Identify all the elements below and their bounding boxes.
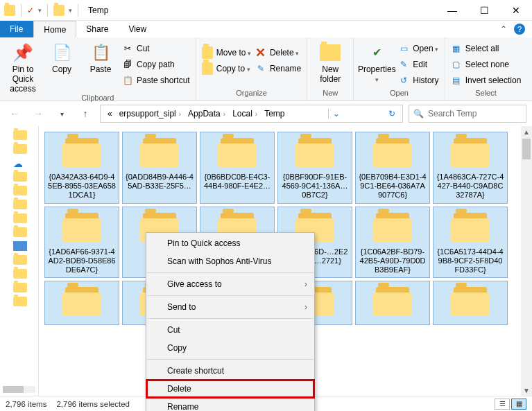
folder-name: {0EB709B4-E3D1-49C1-BE64-036A7A9077C6}	[357, 173, 428, 200]
navigation-pane[interactable]: ☁	[0, 126, 39, 396]
folder-icon[interactable]	[13, 130, 27, 140]
scroll-up-icon[interactable]: ▲	[521, 126, 532, 137]
scroll-down-icon[interactable]: ▼	[521, 385, 532, 396]
move-to-button[interactable]: Move to	[202, 46, 251, 60]
select-none-button[interactable]: ▢Select none	[451, 58, 522, 71]
this-pc-icon[interactable]	[13, 241, 27, 251]
folder-icon[interactable]	[13, 213, 27, 223]
menu-delete[interactable]: Delete	[146, 380, 314, 398]
folder-icon[interactable]	[13, 283, 27, 292]
folder-item[interactable]: {0EB709B4-E3D1-49C1-BE64-036A7A9077C6}	[355, 132, 430, 204]
qat-check-icon[interactable]: ✓	[27, 6, 34, 15]
new-folder-button[interactable]: New folder	[313, 40, 347, 85]
breadcrumb-segment[interactable]: Local›	[230, 109, 260, 119]
open-button[interactable]: ▭Open	[398, 42, 438, 55]
folder-item[interactable]	[355, 281, 430, 325]
nav-horizontal-scrollbar[interactable]	[3, 386, 35, 393]
delete-button[interactable]: ✕Delete	[255, 46, 301, 60]
delete-icon: ✕	[255, 47, 266, 58]
folder-icon[interactable]	[13, 255, 27, 265]
breadcrumb-segment[interactable]: Temp	[261, 109, 287, 119]
folder-item[interactable]: {1A4863CA-727C-4427-B440-C9AD8C32787A}	[433, 132, 508, 204]
group-label: Select	[451, 89, 522, 100]
qat-dropdown-icon[interactable]: ▾	[69, 7, 72, 14]
vertical-scrollbar[interactable]: ▲ ▼	[521, 126, 532, 396]
folder-item[interactable]: {0ADD84B9-A446-45AD-B33E-25F5…	[122, 132, 197, 204]
search-box[interactable]: 🔍 Search Temp	[409, 105, 526, 123]
help-icon[interactable]: ?	[514, 24, 525, 35]
cut-button[interactable]: ✂Cut	[122, 42, 190, 55]
pin-icon: 📌	[12, 42, 34, 64]
select-none-icon: ▢	[451, 59, 462, 70]
copy-to-button[interactable]: Copy to	[202, 62, 251, 76]
folder-icon[interactable]	[13, 172, 27, 182]
breadcrumb-segment[interactable]: erpsupport_sipl›	[117, 109, 184, 119]
folder-icon	[61, 137, 103, 168]
status-selected-count: 2,796 items selected	[56, 400, 139, 408]
edit-button[interactable]: ✎Edit	[398, 58, 438, 71]
paste-shortcut-button[interactable]: 📋Paste shortcut	[122, 73, 190, 87]
paste-button[interactable]: 📋 Paste	[83, 40, 118, 75]
menu-cut[interactable]: Cut	[146, 321, 314, 339]
collapse-ribbon-icon[interactable]: ⌃	[500, 24, 507, 34]
onedrive-icon[interactable]: ☁	[13, 158, 27, 168]
tab-file[interactable]: File	[0, 21, 33, 37]
folder-item[interactable]: {0B6BDC0B-E4C3-44B4-980F-E4E2…	[200, 132, 275, 204]
breadcrumb-segment[interactable]: AppData›	[185, 109, 228, 119]
folder-item[interactable]	[44, 281, 119, 325]
folder-icon	[294, 137, 336, 168]
copy-button[interactable]: 📄 Copy	[44, 40, 79, 75]
menu-pin-to-quick-access[interactable]: Pin to Quick access	[146, 234, 314, 252]
menu-send-to[interactable]: Send to›	[146, 298, 314, 316]
menu-create-shortcut[interactable]: Create shortcut	[146, 362, 314, 380]
breadcrumb-segment[interactable]: «	[105, 109, 115, 119]
menu-scan-sophos[interactable]: Scan with Sophos Anti-Virus	[146, 252, 314, 270]
scrollbar-thumb[interactable]	[522, 139, 531, 159]
folder-item[interactable]: {1C06A2BF-BD79-42B5-A90D-79D0DB3B9EAF}	[355, 207, 430, 279]
folder-icon[interactable]	[13, 297, 27, 306]
folder-item[interactable]: {0BBF90DF-91EB-4569-9C41-136A…0B7C2}	[277, 132, 352, 204]
address-bar[interactable]: « erpsupport_sipl› AppData› Local› Temp …	[100, 105, 403, 123]
maximize-button[interactable]: ☐	[468, 0, 500, 21]
invert-selection-button[interactable]: ▤Invert selection	[451, 73, 522, 87]
properties-button[interactable]: ✔ Properties	[359, 40, 394, 85]
forward-button[interactable]: →	[29, 105, 47, 123]
rename-button[interactable]: ✎Rename	[255, 62, 301, 76]
menu-copy[interactable]: Copy	[146, 339, 314, 357]
folder-icon[interactable]	[13, 144, 27, 154]
folder-name: {0ADD84B9-A446-45AD-B33E-25F5…	[124, 173, 195, 191]
up-button[interactable]: ↑	[76, 105, 94, 123]
select-all-button[interactable]: ▦Select all	[451, 42, 522, 55]
folder-icon[interactable]	[13, 200, 27, 209]
folder-icon[interactable]	[13, 227, 27, 237]
tab-home[interactable]: Home	[33, 21, 76, 37]
folder-item[interactable]: {0A342A33-64D9-45EB-8955-03EA6581DCA1}	[44, 132, 119, 204]
ribbon-tabs: File Home Share View ⌃ ?	[0, 21, 532, 37]
folder-name: {1AD6AF66-9371-4AD2-BDB9-D58E86DE6A7C}	[46, 247, 117, 275]
minimize-button[interactable]: —	[436, 0, 468, 21]
folder-item[interactable]	[433, 281, 508, 325]
copy-path-button[interactable]: 🗐Copy path	[122, 58, 190, 71]
folder-item[interactable]: {1C6A5173-44D4-49B8-9CF2-5F8D40FD33FC}	[433, 207, 508, 279]
refresh-icon[interactable]: ↻	[384, 109, 400, 119]
menu-give-access-to[interactable]: Give access to›	[146, 275, 314, 293]
copy-path-icon: 🗐	[122, 59, 133, 70]
tab-view[interactable]: View	[119, 21, 157, 37]
recent-locations-button[interactable]: ▾	[53, 105, 71, 123]
history-button[interactable]: ↺History	[398, 73, 438, 87]
pin-to-quick-access-button[interactable]: 📌 Pin to Quick access	[6, 40, 40, 94]
copy-icon: 📄	[51, 42, 73, 64]
view-details-button[interactable]: ☰	[495, 399, 510, 410]
menu-rename[interactable]: Rename	[146, 398, 314, 411]
copy-to-icon	[202, 63, 213, 74]
folder-item[interactable]: {1AD6AF66-9371-4AD2-BDB9-D58E86DE6A7C}	[44, 207, 119, 279]
qat-dropdown-icon[interactable]: ▾	[38, 7, 42, 14]
folder-icon[interactable]	[13, 269, 27, 279]
close-button[interactable]: ✕	[500, 0, 532, 21]
ribbon: 📌 Pin to Quick access 📄 Copy 📋 Paste ✂Cu…	[0, 37, 532, 101]
address-dropdown-icon[interactable]: ⌄	[328, 109, 344, 119]
back-button[interactable]: ←	[6, 105, 24, 123]
tab-share[interactable]: Share	[76, 21, 119, 37]
view-large-icons-button[interactable]: ▦	[511, 399, 526, 410]
folder-icon[interactable]	[13, 186, 27, 195]
